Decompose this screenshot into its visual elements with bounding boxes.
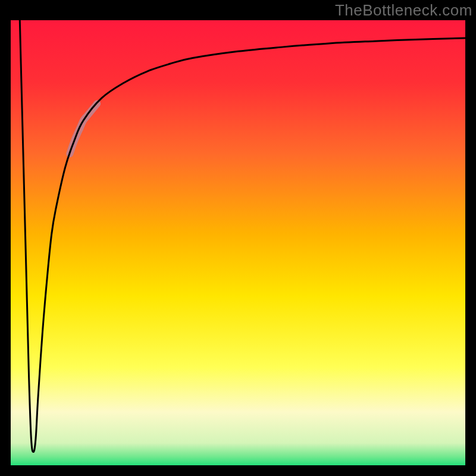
chart-plot-area xyxy=(11,20,465,465)
chart-container: TheBottleneck.com xyxy=(0,0,476,476)
watermark-text: TheBottleneck.com xyxy=(335,1,472,20)
bottleneck-chart xyxy=(0,0,476,476)
